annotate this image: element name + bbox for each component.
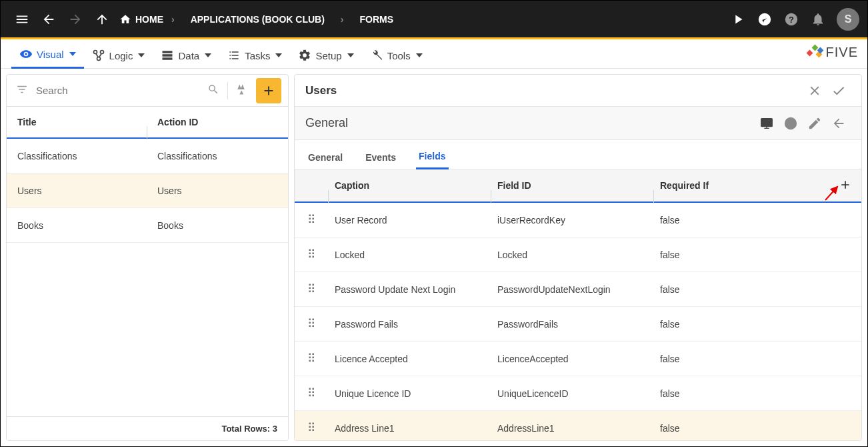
svg-point-6 (97, 57, 100, 61)
col-required-if[interactable]: Required If (653, 180, 861, 191)
cell-field-id: UniqueLicenceID (491, 388, 653, 399)
menu-tasks[interactable]: Tasks (219, 42, 290, 68)
menu-data-label: Data (178, 50, 199, 61)
list-footer: Total Rows: 3 (7, 416, 288, 440)
cell-title: Users (7, 185, 147, 196)
cell-title: Books (7, 220, 147, 231)
svg-point-4 (93, 51, 97, 54)
preview-icon[interactable] (755, 111, 779, 135)
collapse-icon[interactable] (827, 111, 851, 135)
cell-field-id: PasswordFails (491, 319, 653, 330)
list-item[interactable]: UsersUsers (7, 173, 288, 208)
fields-body[interactable]: User RecordiUserRecordKeyfalseLockedLock… (295, 203, 861, 440)
search-icon[interactable] (205, 81, 222, 101)
home-icon[interactable]: HOME (115, 13, 163, 25)
cell-caption: Address Line1 (328, 423, 491, 434)
menu-setup-label: Setup (315, 50, 341, 61)
menu-setup[interactable]: Setup (290, 42, 361, 68)
cell-caption: Password Update Next Login (328, 284, 491, 295)
menu-visual[interactable]: Visual (11, 41, 84, 69)
bell-icon[interactable] (805, 6, 831, 33)
cell-title: Classifications (7, 151, 147, 161)
drag-handle-icon[interactable] (307, 317, 316, 331)
cell-action-id: Users (147, 185, 288, 196)
brand: FIVE (807, 45, 858, 60)
menu-logic[interactable]: Logic (84, 42, 153, 68)
section-title: General (305, 116, 755, 130)
list-header: Title Action ID (7, 107, 288, 139)
field-row[interactable]: Address Line1AddressLine1false (295, 411, 861, 440)
cell-required-if: false (653, 284, 861, 295)
history-icon[interactable] (779, 111, 803, 135)
cell-action-id: Classifications (147, 151, 288, 161)
cell-caption: Locked (328, 250, 491, 260)
cell-required-if: false (653, 388, 861, 399)
cell-required-if: false (653, 354, 861, 364)
cell-field-id: LicenceAccepted (491, 354, 653, 364)
filter-icon[interactable] (13, 81, 31, 101)
help-icon[interactable]: ? (778, 6, 805, 33)
tab-events[interactable]: Events (363, 145, 399, 169)
col-field-id[interactable]: Field ID (491, 180, 653, 191)
field-row[interactable]: Unique Licence IDUniqueLicenceIDfalse (295, 376, 861, 411)
menu-tasks-label: Tasks (245, 50, 270, 61)
svg-point-5 (100, 51, 103, 54)
list-item[interactable]: ClassificationsClassifications (7, 139, 288, 173)
detail-title: Users (305, 84, 803, 97)
breadcrumb-app[interactable]: APPLICATIONS (BOOK CLUB) (183, 14, 333, 25)
drag-handle-icon[interactable] (307, 421, 316, 435)
drag-handle-icon[interactable] (307, 248, 316, 262)
close-icon[interactable] (803, 79, 827, 103)
footer-count: 3 (273, 424, 277, 434)
field-row[interactable]: Password FailsPasswordFailsfalse (295, 307, 861, 342)
chat-icon[interactable] (751, 6, 778, 33)
menu-visual-label: Visual (37, 49, 64, 60)
field-row[interactable]: LockedLockedfalse (295, 238, 861, 272)
breadcrumb-page[interactable]: FORMS (352, 14, 402, 25)
col-title[interactable]: Title (7, 117, 147, 127)
add-field-button[interactable] (839, 178, 852, 193)
search-input[interactable] (36, 85, 199, 96)
field-row[interactable]: Password Update Next LoginPasswordUpdate… (295, 272, 861, 307)
drag-handle-icon[interactable] (307, 213, 316, 227)
edit-icon[interactable] (803, 111, 827, 135)
tab-fields[interactable]: Fields (416, 144, 448, 169)
menu-logic-label: Logic (109, 50, 133, 61)
avatar-initial: S (845, 13, 852, 25)
save-icon[interactable] (827, 79, 851, 103)
avatar[interactable]: S (837, 8, 859, 31)
cell-required-if: false (653, 319, 861, 330)
field-row[interactable]: User RecordiUserRecordKeyfalse (295, 203, 861, 238)
tab-general[interactable]: General (305, 145, 345, 169)
topbar: HOME › APPLICATIONS (BOOK CLUB) › FORMS … (1, 1, 867, 37)
drag-handle-icon[interactable] (307, 352, 316, 366)
cell-field-id: iUserRecordKey (491, 215, 653, 226)
up-icon[interactable] (89, 6, 115, 33)
run-icon[interactable] (725, 6, 751, 33)
field-row[interactable]: Licence AcceptedLicenceAcceptedfalse (295, 342, 861, 376)
chevron-right-icon: › (333, 14, 352, 25)
chevron-right-icon: › (163, 14, 183, 25)
brand-logo (807, 45, 822, 60)
fields-header: Caption Field ID Required If (295, 169, 861, 203)
drag-handle-icon[interactable] (307, 386, 316, 400)
add-button[interactable] (256, 78, 281, 103)
brand-text: FIVE (826, 45, 858, 60)
drag-handle-icon[interactable] (307, 282, 316, 296)
forward-icon (62, 6, 89, 33)
cell-field-id: AddressLine1 (491, 423, 653, 434)
menu-icon[interactable] (9, 6, 35, 33)
cell-caption: Licence Accepted (328, 354, 491, 364)
menu-tools[interactable]: Tools (362, 42, 431, 68)
breadcrumb-home[interactable]: HOME (135, 14, 163, 25)
col-action-id[interactable]: Action ID (147, 117, 288, 127)
col-caption[interactable]: Caption (328, 180, 491, 191)
forms-list-panel: Title Action ID ClassificationsClassific… (6, 74, 289, 441)
back-icon[interactable] (35, 6, 62, 33)
footer-label: Total Rows: (221, 424, 270, 434)
menu-tools-label: Tools (387, 50, 411, 61)
cell-caption: Password Fails (328, 319, 491, 330)
menu-data[interactable]: Data (153, 42, 219, 68)
list-item[interactable]: BooksBooks (7, 208, 288, 243)
wizard-icon[interactable] (233, 81, 251, 101)
